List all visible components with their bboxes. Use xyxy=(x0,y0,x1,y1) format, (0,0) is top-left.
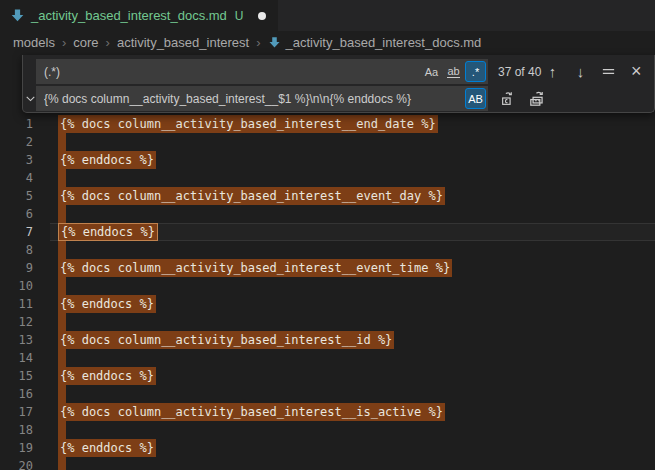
find-match-highlight xyxy=(58,133,66,151)
close-icon: × xyxy=(631,61,642,82)
editor-line[interactable]: 11{% enddocs %} xyxy=(0,295,655,313)
find-results-count: 37 of 40 xyxy=(498,65,541,79)
find-match-highlight: {% docs column__activity_based_interest_… xyxy=(58,259,452,277)
editor-line[interactable]: 19{% enddocs %} xyxy=(0,439,655,457)
line-content xyxy=(58,169,66,187)
line-number: 19 xyxy=(0,439,33,457)
chevron-down-icon xyxy=(25,93,36,104)
editor-line[interactable]: 20 xyxy=(0,457,655,470)
breadcrumb-separator: › xyxy=(106,35,110,50)
breadcrumb-separator: › xyxy=(256,35,260,50)
tab-bar: _activity_based_interest_docs.md U xyxy=(0,0,655,31)
find-match-highlight: {% enddocs %} xyxy=(58,151,156,169)
editor-line[interactable]: 7{% enddocs %} xyxy=(0,223,655,241)
markdown-file-icon xyxy=(10,8,25,23)
breadcrumb-item-activity-based-interest[interactable]: activity_based_interest xyxy=(117,35,249,50)
find-match-highlight xyxy=(58,169,66,187)
preserve-case-toggle[interactable]: AB xyxy=(465,88,486,109)
find-match-highlight xyxy=(58,421,66,439)
line-number: 20 xyxy=(0,457,33,470)
line-number: 9 xyxy=(0,259,33,277)
editor-line[interactable]: 5{% docs column__activity_based_interest… xyxy=(0,187,655,205)
line-content: {% docs column__activity_based_interest_… xyxy=(58,187,445,205)
line-content xyxy=(58,277,66,295)
line-number: 6 xyxy=(0,205,33,223)
find-match-highlight: {% docs column__activity_based_interest_… xyxy=(58,187,445,205)
line-number: 3 xyxy=(0,151,33,169)
editor-line[interactable]: 2 xyxy=(0,133,655,151)
tab-activity-based-interest-docs[interactable]: _activity_based_interest_docs.md U xyxy=(0,0,278,31)
find-match-highlight: {% enddocs %} xyxy=(58,439,156,457)
editor-line[interactable]: 16 xyxy=(0,385,655,403)
whole-word-icon: ab xyxy=(447,65,459,78)
editor-line[interactable]: 4 xyxy=(0,169,655,187)
line-content: {% docs column__activity_based_interest_… xyxy=(58,403,445,421)
editor-line[interactable]: 9{% docs column__activity_based_interest… xyxy=(0,259,655,277)
editor-line[interactable]: 17{% docs column__activity_based_interes… xyxy=(0,403,655,421)
replace-all-button[interactable] xyxy=(526,88,548,110)
previous-match-button[interactable]: ↑ xyxy=(541,61,563,83)
editor-line[interactable]: 18 xyxy=(0,421,655,439)
regex-toggle[interactable]: .* xyxy=(465,61,486,82)
editor-line[interactable]: 10 xyxy=(0,277,655,295)
line-content xyxy=(58,457,66,470)
line-number: 4 xyxy=(0,169,33,187)
line-number: 13 xyxy=(0,331,33,349)
tab-filename: _activity_based_interest_docs.md xyxy=(31,8,227,23)
line-content xyxy=(58,241,66,259)
unsaved-changes-dot[interactable] xyxy=(258,12,266,20)
breadcrumb-item-file[interactable]: _activity_based_interest_docs.md xyxy=(268,35,482,50)
line-number: 17 xyxy=(0,403,33,421)
breadcrumb-item-core[interactable]: core xyxy=(73,35,98,50)
find-match-highlight: {% docs column__activity_based_interest_… xyxy=(58,331,394,349)
git-status-badge: U xyxy=(235,9,244,23)
replace-input[interactable]: {% docs column__activity_based_interest_… xyxy=(36,86,488,111)
editor-line[interactable]: 3{% enddocs %} xyxy=(0,151,655,169)
editor-line[interactable]: 6 xyxy=(0,205,655,223)
breadcrumb-file-label: _activity_based_interest_docs.md xyxy=(286,35,482,50)
line-number: 2 xyxy=(0,133,33,151)
breadcrumb: models › core › activity_based_interest … xyxy=(0,31,655,53)
editor-pane[interactable]: 1{% docs column__activity_based_interest… xyxy=(0,53,655,470)
selection-lines-icon xyxy=(601,64,616,79)
arrow-up-icon: ↑ xyxy=(549,63,557,80)
editor-line[interactable]: 15{% enddocs %} xyxy=(0,367,655,385)
line-content: {% docs column__activity_based_interest_… xyxy=(58,115,438,133)
whole-word-toggle[interactable]: ab xyxy=(443,61,464,82)
find-match-highlight: {% enddocs %} xyxy=(58,367,156,385)
match-case-toggle[interactable]: Aa xyxy=(421,61,442,82)
find-match-highlight xyxy=(58,457,66,470)
editor-line[interactable]: 1{% docs column__activity_based_interest… xyxy=(0,115,655,133)
line-number: 14 xyxy=(0,349,33,367)
editor-line[interactable]: 12 xyxy=(0,313,655,331)
breadcrumb-item-models[interactable]: models xyxy=(13,35,55,50)
editor-lines: 1{% docs column__activity_based_interest… xyxy=(0,53,655,470)
editor-line[interactable]: 13{% docs column__activity_based_interes… xyxy=(0,331,655,349)
line-content: {% docs column__activity_based_interest_… xyxy=(58,259,452,277)
find-input[interactable]: (.*) Aa ab .* xyxy=(36,59,488,84)
find-match-highlight: {% docs column__activity_based_interest_… xyxy=(58,403,445,421)
find-actions: ↑ ↓ × xyxy=(541,61,651,83)
arrow-down-icon: ↓ xyxy=(577,63,585,80)
close-find-button[interactable]: × xyxy=(625,61,647,83)
editor-line[interactable]: 8 xyxy=(0,241,655,259)
line-number: 8 xyxy=(0,241,33,259)
line-number: 18 xyxy=(0,421,33,439)
breadcrumb-separator: › xyxy=(62,35,66,50)
find-in-selection-button[interactable] xyxy=(597,61,619,83)
line-content xyxy=(58,421,66,439)
next-match-button[interactable]: ↓ xyxy=(569,61,591,83)
replace-button[interactable] xyxy=(497,88,519,110)
find-row: (.*) Aa ab .* 37 of 40 ↑ ↓ × xyxy=(36,59,648,84)
line-number: 12 xyxy=(0,313,33,331)
editor-line[interactable]: 14 xyxy=(0,349,655,367)
line-content xyxy=(58,205,66,223)
line-number: 10 xyxy=(0,277,33,295)
line-number: 7 xyxy=(0,223,33,241)
toggle-replace-button[interactable] xyxy=(23,85,37,111)
find-match-highlight xyxy=(58,277,66,295)
line-content xyxy=(58,349,66,367)
line-content: {% enddocs %} xyxy=(58,151,156,169)
find-replace-widget: (.*) Aa ab .* 37 of 40 ↑ ↓ × {% docs col… xyxy=(22,55,655,113)
find-match-highlight xyxy=(58,205,66,223)
